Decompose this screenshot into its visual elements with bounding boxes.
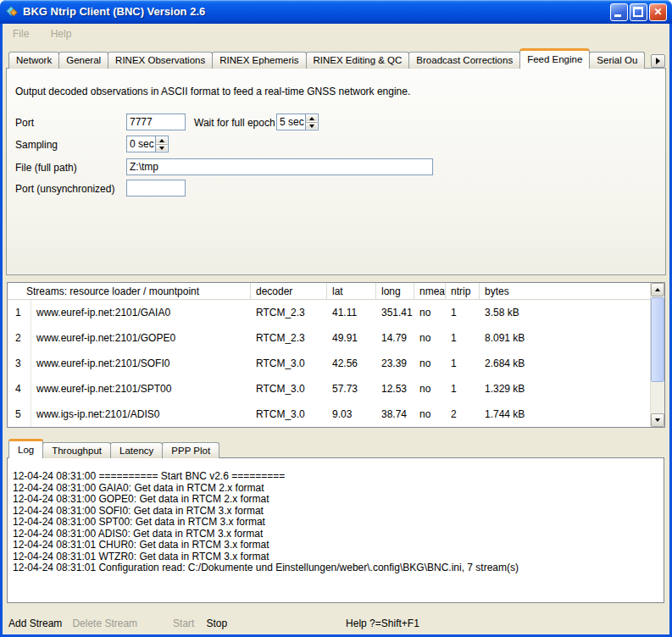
table-row[interactable]: 5 www.igs-ip.net:2101/ADIS0 RTCM_3.0 9.0…	[8, 402, 650, 427]
tab-rinex-observations[interactable]: RINEX Observations	[108, 52, 213, 69]
tab-rinex-editing-qc[interactable]: RINEX Editing & QC	[306, 52, 410, 69]
tab-rinex-ephemeris[interactable]: RINEX Ephemeris	[212, 52, 306, 69]
panel-description: Output decoded observations in ASCII for…	[15, 86, 410, 97]
app-icon	[5, 5, 19, 19]
streams-table: Streams: resource loader / mountpoint de…	[7, 282, 665, 428]
scroll-up-button[interactable]	[651, 283, 664, 296]
cell-ntrip: 1	[446, 383, 480, 395]
cell-ntrip: 1	[446, 307, 480, 318]
cell-mountpoint: www.euref-ip.net:2101/SPT00	[31, 383, 251, 395]
menu-help[interactable]: Help	[47, 26, 75, 42]
window-controls: ✕	[610, 3, 667, 21]
column-header-bytes[interactable]: bytes	[480, 283, 650, 299]
cell-long: 23.39	[376, 357, 414, 369]
cell-bytes: 8.091 kB	[480, 332, 650, 344]
port-input[interactable]	[126, 114, 186, 130]
spin-down-button[interactable]	[306, 122, 318, 130]
port-label: Port	[15, 117, 34, 129]
close-button[interactable]: ✕	[649, 3, 667, 21]
tab-ppp-plot[interactable]: PPP Plot	[162, 442, 219, 458]
cell-long: 38.74	[376, 408, 414, 420]
cell-lat: 49.91	[327, 332, 376, 344]
table-row[interactable]: 4 www.euref-ip.net:2101/SPT00 RTCM_3.0 5…	[8, 376, 650, 402]
cell-nmea: no	[414, 383, 446, 395]
tab-latency[interactable]: Latency	[110, 442, 163, 458]
log-line: 12-04-24 08:31:01 CHUR0: Get data in RTC…	[13, 540, 658, 551]
cell-decoder: RTCM_3.0	[251, 357, 327, 369]
tab-feed-engine[interactable]: Feed Engine	[519, 48, 590, 69]
port-unsync-input[interactable]	[126, 180, 186, 197]
cell-mountpoint: www.igs-ip.net:2101/ADIS0	[31, 408, 251, 420]
spin-down-button[interactable]	[156, 144, 168, 152]
cell-decoder: RTCM_3.0	[251, 408, 327, 420]
cell-mountpoint: www.euref-ip.net:2101/GAIA0	[31, 307, 251, 318]
tab-general[interactable]: General	[58, 52, 108, 69]
app-window: BKG Ntrip Client (BNC) Version 2.6 ✕ Fil…	[0, 0, 672, 637]
log-line: 12-04-24 08:31:00 ADIS0: Get data in RTC…	[13, 529, 658, 540]
arrow-up-icon	[655, 288, 660, 291]
streams-table-header: Streams: resource loader / mountpoint de…	[8, 283, 650, 300]
minimize-button[interactable]	[610, 3, 628, 21]
arrow-right-icon	[656, 58, 660, 64]
cell-long: 14.79	[376, 332, 414, 344]
sampling-value: 0 sec	[127, 136, 155, 152]
wait-epoch-spinbox[interactable]: 5 sec	[276, 114, 319, 130]
cell-nmea: no	[414, 357, 446, 369]
start-button[interactable]: Start	[173, 618, 194, 629]
file-path-input[interactable]	[126, 158, 433, 175]
column-header-long[interactable]: long	[376, 283, 414, 299]
row-number: 2	[8, 325, 31, 351]
cell-decoder: RTCM_2.3	[251, 332, 327, 344]
menu-file[interactable]: File	[9, 26, 32, 42]
window-title: BKG Ntrip Client (BNC) Version 2.6	[23, 5, 205, 18]
maximize-button[interactable]	[630, 3, 647, 21]
tab-serial-output[interactable]: Serial Ou	[589, 52, 645, 69]
arrow-down-icon	[159, 147, 164, 150]
row-number: 3	[8, 351, 31, 376]
arrow-down-icon	[655, 418, 660, 422]
table-row[interactable]: 3 www.euref-ip.net:2101/SOFI0 RTCM_3.0 4…	[8, 351, 650, 376]
spin-up-button[interactable]	[156, 136, 168, 144]
column-header-nmea[interactable]: nmea	[414, 283, 446, 299]
cell-decoder: RTCM_3.0	[251, 383, 327, 395]
bottom-tabbar: Log Throughput Latency PPP Plot	[8, 439, 347, 458]
spin-up-button[interactable]	[306, 114, 318, 122]
cell-ntrip: 1	[446, 357, 480, 369]
tab-throughput[interactable]: Throughput	[42, 442, 111, 458]
cell-lat: 9.03	[327, 408, 376, 420]
cell-bytes: 2.684 kB	[480, 357, 650, 369]
tab-broadcast-corrections[interactable]: Broadcast Corrections	[408, 52, 520, 69]
wait-epoch-value: 5 sec	[277, 114, 305, 130]
spin-buttons	[155, 136, 168, 152]
feed-engine-panel: Output decoded observations in ASCII for…	[6, 68, 666, 275]
stop-button[interactable]: Stop	[206, 618, 227, 629]
tab-network[interactable]: Network	[8, 52, 59, 69]
row-number: 1	[8, 300, 31, 325]
column-header-ntrip[interactable]: ntrip	[446, 283, 480, 299]
column-header-streams[interactable]: Streams: resource loader / mountpoint	[8, 283, 251, 299]
vertical-scrollbar[interactable]	[650, 283, 664, 427]
cell-ntrip: 2	[446, 408, 480, 420]
add-stream-button[interactable]: Add Stream	[8, 618, 62, 629]
close-icon: ✕	[650, 6, 666, 18]
column-header-lat[interactable]: lat	[327, 283, 376, 299]
cell-long: 12.53	[376, 383, 414, 395]
tab-log[interactable]: Log	[8, 439, 43, 458]
log-line: 12-04-24 08:31:01 Configuration read: C:…	[13, 562, 658, 574]
row-number: 5	[8, 402, 31, 427]
delete-stream-button[interactable]: Delete Stream	[72, 618, 137, 629]
scrollbar-thumb[interactable]	[651, 297, 664, 382]
port-unsync-label: Port (unsynchronized)	[15, 183, 114, 195]
cell-nmea: no	[414, 408, 446, 420]
log-line: 12-04-24 08:31:00 ========== Start BNC v…	[13, 471, 658, 483]
sampling-spinbox[interactable]: 0 sec	[126, 136, 169, 152]
table-row[interactable]: 1 www.euref-ip.net:2101/GAIA0 RTCM_2.3 4…	[8, 300, 650, 325]
help-shortcut-label: Help ?=Shift+F1	[346, 618, 419, 629]
tab-scroll-right-button[interactable]	[651, 54, 665, 68]
bottom-button-bar: Add Stream Delete Stream Start Stop Help…	[8, 618, 664, 629]
titlebar[interactable]: BKG Ntrip Client (BNC) Version 2.6 ✕	[0, 0, 672, 24]
log-line: 12-04-24 08:31:00 GAIA0: Get data in RTC…	[13, 483, 658, 495]
column-header-decoder[interactable]: decoder	[251, 283, 327, 299]
scroll-down-button[interactable]	[651, 413, 664, 427]
table-row[interactable]: 2 www.euref-ip.net:2101/GOPE0 RTCM_2.3 4…	[8, 325, 650, 351]
